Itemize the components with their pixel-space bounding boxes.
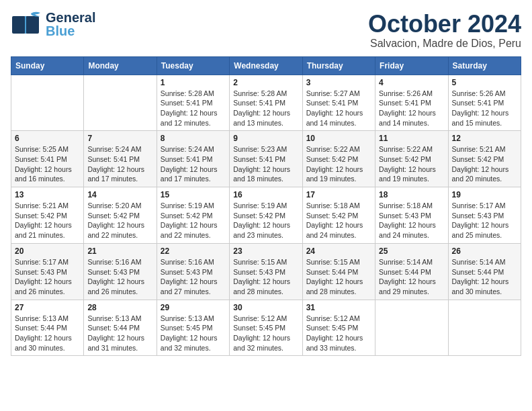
calendar-cell: 27Sunrise: 5:13 AM Sunset: 5:44 PM Dayli… bbox=[11, 300, 84, 356]
calendar-cell: 2Sunrise: 5:28 AM Sunset: 5:41 PM Daylig… bbox=[230, 75, 302, 131]
day-number: 20 bbox=[15, 246, 80, 256]
calendar-cell: 4Sunrise: 5:26 AM Sunset: 5:41 PM Daylig… bbox=[375, 75, 448, 131]
day-number: 2 bbox=[233, 78, 298, 87]
day-number: 27 bbox=[15, 303, 80, 312]
weekday-header-saturday: Saturday bbox=[448, 56, 521, 75]
calendar-cell: 1Sunrise: 5:28 AM Sunset: 5:41 PM Daylig… bbox=[157, 75, 229, 131]
day-info: Sunrise: 5:18 AM Sunset: 5:43 PM Dayligh… bbox=[379, 201, 444, 240]
day-info: Sunrise: 5:22 AM Sunset: 5:42 PM Dayligh… bbox=[306, 144, 371, 184]
calendar-cell: 28Sunrise: 5:13 AM Sunset: 5:44 PM Dayli… bbox=[84, 300, 157, 356]
day-info: Sunrise: 5:15 AM Sunset: 5:44 PM Dayligh… bbox=[306, 257, 371, 297]
day-number: 25 bbox=[379, 246, 444, 256]
day-number: 16 bbox=[233, 190, 298, 199]
day-number: 18 bbox=[379, 190, 444, 199]
weekday-header-monday: Monday bbox=[84, 56, 157, 75]
weekday-header-thursday: Thursday bbox=[302, 56, 375, 75]
calendar-week-row: 27Sunrise: 5:13 AM Sunset: 5:44 PM Dayli… bbox=[11, 300, 521, 356]
calendar-cell: 24Sunrise: 5:15 AM Sunset: 5:44 PM Dayli… bbox=[302, 243, 375, 300]
calendar-cell: 22Sunrise: 5:16 AM Sunset: 5:43 PM Dayli… bbox=[157, 243, 229, 300]
calendar-cell: 31Sunrise: 5:12 AM Sunset: 5:45 PM Dayli… bbox=[302, 300, 375, 356]
day-number: 6 bbox=[15, 134, 80, 143]
day-number: 22 bbox=[161, 246, 226, 256]
day-info: Sunrise: 5:13 AM Sunset: 5:44 PM Dayligh… bbox=[87, 314, 152, 353]
day-info: Sunrise: 5:19 AM Sunset: 5:42 PM Dayligh… bbox=[161, 201, 226, 240]
calendar-cell: 29Sunrise: 5:13 AM Sunset: 5:45 PM Dayli… bbox=[157, 300, 229, 356]
day-info: Sunrise: 5:12 AM Sunset: 5:45 PM Dayligh… bbox=[306, 314, 371, 353]
calendar-week-row: 6Sunrise: 5:25 AM Sunset: 5:41 PM Daylig… bbox=[11, 131, 521, 187]
day-number: 26 bbox=[452, 246, 517, 256]
day-info: Sunrise: 5:12 AM Sunset: 5:45 PM Dayligh… bbox=[233, 314, 298, 353]
day-info: Sunrise: 5:21 AM Sunset: 5:42 PM Dayligh… bbox=[15, 201, 80, 240]
calendar-cell: 6Sunrise: 5:25 AM Sunset: 5:41 PM Daylig… bbox=[11, 131, 84, 187]
page-header: General Blue October 2024 Salvacion, Mad… bbox=[11, 11, 521, 50]
day-info: Sunrise: 5:28 AM Sunset: 5:41 PM Dayligh… bbox=[233, 89, 298, 128]
calendar-week-row: 13Sunrise: 5:21 AM Sunset: 5:42 PM Dayli… bbox=[11, 187, 521, 244]
calendar-cell: 8Sunrise: 5:24 AM Sunset: 5:41 PM Daylig… bbox=[157, 131, 229, 187]
calendar-cell bbox=[375, 300, 448, 356]
day-number: 13 bbox=[15, 190, 80, 199]
calendar-cell bbox=[84, 75, 157, 131]
day-number: 7 bbox=[87, 134, 152, 143]
calendar-week-row: 1Sunrise: 5:28 AM Sunset: 5:41 PM Daylig… bbox=[11, 75, 521, 131]
day-number: 19 bbox=[452, 190, 517, 199]
day-number: 31 bbox=[306, 303, 371, 312]
weekday-header-friday: Friday bbox=[375, 56, 448, 75]
calendar-cell: 9Sunrise: 5:23 AM Sunset: 5:41 PM Daylig… bbox=[230, 131, 302, 187]
day-info: Sunrise: 5:16 AM Sunset: 5:43 PM Dayligh… bbox=[87, 257, 152, 297]
day-info: Sunrise: 5:28 AM Sunset: 5:41 PM Dayligh… bbox=[161, 89, 226, 128]
day-number: 21 bbox=[87, 246, 152, 256]
day-info: Sunrise: 5:26 AM Sunset: 5:41 PM Dayligh… bbox=[452, 89, 517, 128]
calendar-cell: 17Sunrise: 5:18 AM Sunset: 5:42 PM Dayli… bbox=[302, 187, 375, 244]
calendar-cell: 15Sunrise: 5:19 AM Sunset: 5:42 PM Dayli… bbox=[157, 187, 229, 244]
calendar-table: SundayMondayTuesdayWednesdayThursdayFrid… bbox=[11, 56, 521, 357]
day-number: 29 bbox=[161, 303, 226, 312]
day-number: 23 bbox=[233, 246, 298, 256]
day-info: Sunrise: 5:13 AM Sunset: 5:45 PM Dayligh… bbox=[161, 314, 226, 353]
weekday-header-wednesday: Wednesday bbox=[230, 56, 302, 75]
day-info: Sunrise: 5:13 AM Sunset: 5:44 PM Dayligh… bbox=[15, 314, 80, 353]
calendar-cell: 30Sunrise: 5:12 AM Sunset: 5:45 PM Dayli… bbox=[230, 300, 302, 356]
location-subtitle: Salvacion, Madre de Dios, Peru bbox=[368, 38, 521, 50]
calendar-cell: 25Sunrise: 5:14 AM Sunset: 5:44 PM Dayli… bbox=[375, 243, 448, 300]
day-info: Sunrise: 5:20 AM Sunset: 5:42 PM Dayligh… bbox=[87, 201, 152, 240]
calendar-cell: 14Sunrise: 5:20 AM Sunset: 5:42 PM Dayli… bbox=[84, 187, 157, 244]
weekday-header-sunday: Sunday bbox=[11, 56, 84, 75]
day-number: 3 bbox=[306, 78, 371, 87]
calendar-cell bbox=[448, 300, 521, 356]
day-info: Sunrise: 5:21 AM Sunset: 5:42 PM Dayligh… bbox=[452, 144, 517, 184]
logo: General Blue bbox=[11, 11, 95, 38]
month-title: October 2024 bbox=[368, 11, 521, 38]
day-number: 24 bbox=[306, 246, 371, 256]
day-info: Sunrise: 5:14 AM Sunset: 5:44 PM Dayligh… bbox=[379, 257, 444, 297]
calendar-week-row: 20Sunrise: 5:17 AM Sunset: 5:43 PM Dayli… bbox=[11, 243, 521, 300]
svg-rect-1 bbox=[26, 16, 39, 34]
day-info: Sunrise: 5:19 AM Sunset: 5:42 PM Dayligh… bbox=[233, 201, 298, 240]
calendar-cell: 26Sunrise: 5:14 AM Sunset: 5:44 PM Dayli… bbox=[448, 243, 521, 300]
calendar-cell: 5Sunrise: 5:26 AM Sunset: 5:41 PM Daylig… bbox=[448, 75, 521, 131]
day-info: Sunrise: 5:23 AM Sunset: 5:41 PM Dayligh… bbox=[233, 144, 298, 184]
calendar-cell: 13Sunrise: 5:21 AM Sunset: 5:42 PM Dayli… bbox=[11, 187, 84, 244]
calendar-cell: 12Sunrise: 5:21 AM Sunset: 5:42 PM Dayli… bbox=[448, 131, 521, 187]
day-number: 10 bbox=[306, 134, 371, 143]
day-info: Sunrise: 5:17 AM Sunset: 5:43 PM Dayligh… bbox=[15, 257, 80, 297]
title-block: October 2024 Salvacion, Madre de Dios, P… bbox=[368, 11, 521, 50]
day-number: 17 bbox=[306, 190, 371, 199]
day-info: Sunrise: 5:24 AM Sunset: 5:41 PM Dayligh… bbox=[161, 144, 226, 184]
day-info: Sunrise: 5:26 AM Sunset: 5:41 PM Dayligh… bbox=[379, 89, 444, 128]
logo-general: General bbox=[46, 11, 95, 24]
calendar-cell: 10Sunrise: 5:22 AM Sunset: 5:42 PM Dayli… bbox=[302, 131, 375, 187]
day-info: Sunrise: 5:14 AM Sunset: 5:44 PM Dayligh… bbox=[452, 257, 517, 297]
day-number: 1 bbox=[161, 78, 226, 87]
calendar-cell: 16Sunrise: 5:19 AM Sunset: 5:42 PM Dayli… bbox=[230, 187, 302, 244]
day-number: 11 bbox=[379, 134, 444, 143]
day-info: Sunrise: 5:15 AM Sunset: 5:43 PM Dayligh… bbox=[233, 257, 298, 297]
day-info: Sunrise: 5:16 AM Sunset: 5:43 PM Dayligh… bbox=[161, 257, 226, 297]
day-number: 4 bbox=[379, 78, 444, 87]
calendar-cell: 7Sunrise: 5:24 AM Sunset: 5:41 PM Daylig… bbox=[84, 131, 157, 187]
day-number: 15 bbox=[161, 190, 226, 199]
day-number: 30 bbox=[233, 303, 298, 312]
calendar-cell: 3Sunrise: 5:27 AM Sunset: 5:41 PM Daylig… bbox=[302, 75, 375, 131]
day-number: 8 bbox=[161, 134, 226, 143]
calendar-cell: 20Sunrise: 5:17 AM Sunset: 5:43 PM Dayli… bbox=[11, 243, 84, 300]
calendar-cell: 18Sunrise: 5:18 AM Sunset: 5:43 PM Dayli… bbox=[375, 187, 448, 244]
